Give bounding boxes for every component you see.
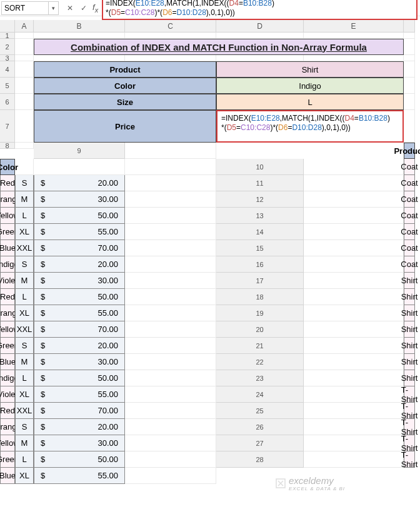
- table-cell-price[interactable]: $50.00: [34, 451, 125, 468]
- table-cell-color[interactable]: Green: [0, 451, 15, 468]
- cell[interactable]: [125, 273, 216, 289]
- table-cell-price[interactable]: $55.00: [34, 386, 125, 403]
- cell[interactable]: [216, 33, 304, 39]
- row-header-15[interactable]: 15: [216, 240, 304, 256]
- table-cell-color[interactable]: Green: [0, 224, 15, 240]
- row-header-7[interactable]: 7: [0, 110, 15, 143]
- row-header-1[interactable]: 1: [0, 33, 15, 39]
- value-color[interactable]: Indigo: [216, 78, 404, 94]
- row-header-17[interactable]: 17: [216, 273, 304, 289]
- row-header-25[interactable]: 25: [216, 403, 304, 419]
- table-cell-product[interactable]: T-Shirt: [404, 403, 415, 419]
- table-cell-product[interactable]: Coat: [404, 208, 415, 224]
- cell[interactable]: [304, 403, 404, 419]
- table-cell-price[interactable]: $70.00: [34, 403, 125, 419]
- table-cell-size[interactable]: XL: [15, 305, 34, 321]
- cancel-formula-icon[interactable]: ✕: [64, 2, 76, 14]
- table-cell-product[interactable]: T-Shirt: [404, 386, 415, 403]
- row-header-24[interactable]: 24: [216, 386, 304, 403]
- cell[interactable]: [125, 354, 216, 370]
- row-header-2[interactable]: 2: [0, 39, 15, 55]
- row-header-11[interactable]: 11: [216, 175, 304, 191]
- cell[interactable]: [304, 240, 404, 256]
- col-header-C[interactable]: C: [125, 20, 216, 33]
- cell[interactable]: [125, 224, 216, 240]
- cell[interactable]: [125, 33, 216, 39]
- table-cell-color[interactable]: Indigo: [0, 256, 15, 273]
- table-cell-size[interactable]: L: [15, 208, 34, 224]
- table-cell-color[interactable]: Red: [0, 175, 15, 191]
- cell[interactable]: [15, 33, 34, 39]
- cell[interactable]: [304, 354, 404, 370]
- table-cell-size[interactable]: L: [15, 289, 34, 305]
- cell[interactable]: [304, 256, 404, 273]
- cell[interactable]: [304, 321, 404, 338]
- cell[interactable]: [304, 191, 404, 208]
- cell[interactable]: [125, 208, 216, 224]
- cell[interactable]: [125, 386, 216, 403]
- table-cell-product[interactable]: T-Shirt: [404, 451, 415, 468]
- table-cell-size[interactable]: M: [15, 273, 34, 289]
- value-size[interactable]: L: [216, 94, 404, 110]
- cell[interactable]: [304, 33, 404, 39]
- row-header-3[interactable]: 3: [0, 55, 15, 61]
- cell[interactable]: [404, 33, 415, 39]
- value-product[interactable]: Shirt: [216, 61, 404, 78]
- cell[interactable]: [404, 61, 415, 78]
- table-cell-size[interactable]: XXL: [15, 321, 34, 338]
- cell[interactable]: [125, 468, 216, 484]
- table-cell-size[interactable]: XL: [15, 386, 34, 403]
- cell[interactable]: [15, 39, 34, 55]
- table-cell-product[interactable]: Shirt: [404, 354, 415, 370]
- row-header-19[interactable]: 19: [216, 305, 304, 321]
- cell[interactable]: [304, 370, 404, 386]
- cell[interactable]: [15, 110, 34, 143]
- cell[interactable]: [34, 159, 125, 175]
- cell[interactable]: [125, 289, 216, 305]
- spreadsheet-grid[interactable]: ABCDE12Combination of INDEX and MATCH Fu…: [0, 20, 420, 484]
- cell[interactable]: [34, 55, 125, 61]
- table-cell-product[interactable]: Coat: [404, 240, 415, 256]
- row-header-10[interactable]: 10: [216, 159, 304, 175]
- row-header-21[interactable]: 21: [216, 338, 304, 354]
- cell[interactable]: [125, 321, 216, 338]
- cell[interactable]: [304, 289, 404, 305]
- table-cell-size[interactable]: S: [15, 419, 34, 435]
- table-cell-product[interactable]: T-Shirt: [404, 419, 415, 435]
- col-header-E[interactable]: E: [304, 20, 404, 33]
- cell[interactable]: [304, 224, 404, 240]
- fx-icon[interactable]: fx: [92, 3, 98, 14]
- table-cell-price[interactable]: $70.00: [34, 240, 125, 256]
- table-cell-price[interactable]: $30.00: [34, 354, 125, 370]
- table-cell-color[interactable]: Violet: [0, 386, 15, 403]
- col-header-D[interactable]: D: [216, 20, 304, 33]
- cell[interactable]: [15, 159, 34, 175]
- cell[interactable]: [216, 55, 304, 61]
- row-header-16[interactable]: 16: [216, 256, 304, 273]
- table-cell-price[interactable]: $20.00: [34, 419, 125, 435]
- cell[interactable]: [125, 338, 216, 354]
- table-cell-price[interactable]: $30.00: [34, 273, 125, 289]
- table-cell-product[interactable]: Shirt: [404, 321, 415, 338]
- formula-cell[interactable]: =INDEX(E10:E28,MATCH(1,INDEX((D4=B10:B28…: [216, 110, 404, 143]
- table-cell-size[interactable]: XL: [15, 468, 34, 484]
- table-cell-size[interactable]: S: [15, 256, 34, 273]
- row-header-27[interactable]: 27: [216, 435, 304, 451]
- row-header-26[interactable]: 26: [216, 419, 304, 435]
- table-cell-color[interactable]: Green: [0, 338, 15, 354]
- cell[interactable]: [304, 273, 404, 289]
- table-cell-product[interactable]: Shirt: [404, 338, 415, 354]
- table-cell-product[interactable]: Shirt: [404, 370, 415, 386]
- table-cell-product[interactable]: Coat: [404, 175, 415, 191]
- cell[interactable]: [125, 55, 216, 61]
- row-header-8[interactable]: 8: [0, 143, 15, 149]
- table-cell-color[interactable]: Red: [0, 403, 15, 419]
- table-cell-color[interactable]: Orange: [0, 305, 15, 321]
- col-header-A[interactable]: A: [15, 20, 34, 33]
- table-cell-size[interactable]: L: [15, 370, 34, 386]
- table-cell-product[interactable]: Coat: [404, 256, 415, 273]
- row-header-5[interactable]: 5: [0, 78, 15, 94]
- table-cell-color[interactable]: Orange: [0, 191, 15, 208]
- row-header-12[interactable]: 12: [216, 191, 304, 208]
- table-cell-size[interactable]: S: [15, 338, 34, 354]
